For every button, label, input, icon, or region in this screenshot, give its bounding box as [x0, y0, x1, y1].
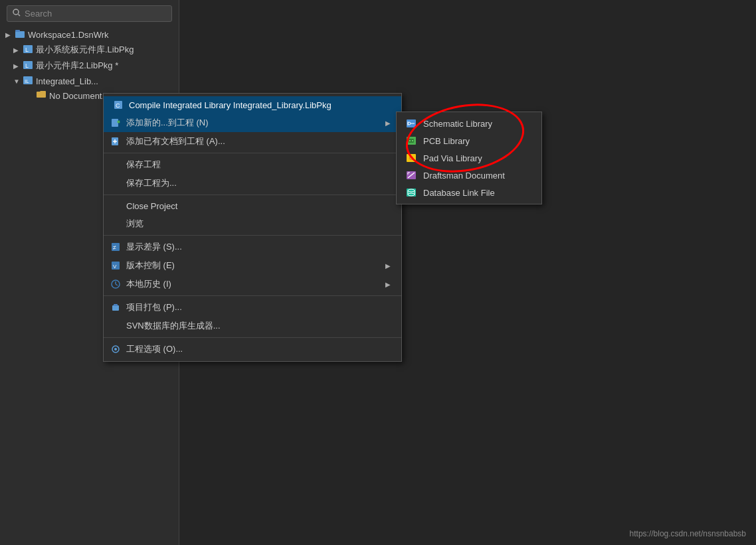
svg-rect-2: [15, 31, 25, 38]
menu-item-save[interactable]: 保存工程: [104, 155, 401, 174]
pcb-icon: [405, 135, 418, 146]
menu-item-package[interactable]: 项目打包 (P)...: [104, 298, 401, 317]
menu-item-svn[interactable]: SVN数据库的库生成器...: [104, 317, 401, 335]
menu-item-version[interactable]: V 版本控制 (E) ▶: [104, 256, 401, 275]
save-as-icon: [109, 178, 122, 189]
menu-item-close[interactable]: Close Project: [104, 197, 401, 214]
draftsman-label: Draftsman Document: [423, 171, 505, 181]
svg-line-24: [116, 284, 118, 285]
browse-label: 浏览: [126, 218, 391, 230]
svg-text:IL: IL: [25, 78, 29, 84]
lib2-icon: L: [23, 60, 33, 71]
context-menu: C Compile Integrated Library Integrated_…: [103, 93, 402, 362]
svg-text:≠: ≠: [113, 244, 116, 251]
version-icon: V: [109, 260, 122, 271]
tree-item-lib2[interactable]: ▶ L 最小元件库2.LibPkg *: [0, 58, 179, 74]
separator-2: [104, 195, 401, 195]
svg-point-35: [409, 140, 411, 141]
svg-text:L: L: [25, 46, 29, 53]
submenu-item-dblink[interactable]: Database Link File: [397, 184, 541, 201]
svn-label: SVN数据库的库生成器...: [126, 320, 391, 332]
svg-rect-3: [15, 30, 20, 32]
submenu-item-draftsman[interactable]: Draftsman Document: [397, 167, 541, 184]
separator-5: [104, 337, 401, 338]
tree-item-lib1[interactable]: ▶ L 最小系统板元件库.LibPkg: [0, 42, 179, 58]
save-icon: [109, 159, 122, 170]
tree-label-lib1: 最小系统板元件库.LibPkg: [36, 44, 134, 56]
options-icon: [109, 344, 122, 354]
compile-label: Compile Integrated Library Integrated_Li…: [129, 100, 393, 110]
add-existing-label: 添加已有文档到工程 (A)...: [126, 135, 391, 147]
watermark: https://blog.csdn.net/nsnsnbabsb: [630, 529, 746, 538]
tree-arrow: ▶: [5, 31, 13, 39]
tree-item-workspace[interactable]: ▶ Workspace1.DsnWrk: [0, 27, 179, 42]
tree-label-workspace: Workspace1.DsnWrk: [28, 30, 109, 40]
submenu: Schematic Library PCB Library Pad Via Li…: [396, 112, 542, 204]
menu-item-add-existing[interactable]: 添加已有文档到工程 (A)...: [104, 132, 401, 151]
menu-item-diff[interactable]: ≠ 显示差异 (S)...: [104, 238, 401, 256]
tree-arrow: ▶: [13, 62, 21, 70]
tree-label-integrated: Integrated_Lib...: [36, 76, 98, 86]
close-label: Close Project: [126, 201, 391, 211]
svg-text:V: V: [113, 264, 117, 270]
menu-item-options[interactable]: 工程选项 (O)...: [104, 340, 401, 358]
watermark-text: https://blog.csdn.net/nsnsnbabsb: [630, 529, 746, 538]
svn-icon: [109, 321, 122, 331]
separator-3: [104, 235, 401, 236]
history-label: 本地历史 (I): [126, 278, 385, 290]
version-arrow: ▶: [385, 262, 391, 270]
submenu-item-schematic[interactable]: Schematic Library: [397, 115, 541, 132]
svg-point-39: [411, 157, 413, 159]
add-new-icon: [109, 117, 122, 128]
schematic-icon: [405, 118, 418, 129]
diff-icon: ≠: [109, 242, 122, 252]
history-icon: [109, 279, 122, 289]
svg-text:L: L: [25, 62, 29, 69]
add-new-label: 添加新的...到工程 (N): [126, 117, 385, 129]
package-label: 项目打包 (P)...: [126, 301, 391, 313]
submenu-item-pcb[interactable]: PCB Library: [397, 132, 541, 149]
add-new-arrow: ▶: [385, 119, 391, 127]
options-label: 工程选项 (O)...: [126, 343, 391, 355]
menu-item-browse[interactable]: 浏览: [104, 214, 401, 233]
history-arrow: ▶: [385, 281, 391, 288]
schematic-label: Schematic Library: [423, 119, 492, 129]
search-input[interactable]: [25, 9, 166, 19]
svg-rect-26: [114, 304, 118, 306]
pad-label: Pad Via Library: [423, 153, 482, 163]
svg-text:C: C: [116, 102, 120, 109]
save-label: 保存工程: [126, 159, 391, 171]
tree-item-integrated[interactable]: ▼ IL Integrated_Lib...: [0, 74, 179, 88]
draftsman-icon: [405, 170, 418, 181]
workspace-icon: [15, 29, 25, 40]
tree-label-nodoc: No Document...: [49, 91, 109, 101]
close-project-icon: [109, 200, 122, 211]
svg-line-1: [19, 15, 21, 17]
menu-item-save-as[interactable]: 保存工程为...: [104, 174, 401, 193]
pad-icon: [405, 153, 418, 163]
search-icon: [13, 9, 21, 19]
dblink-label: Database Link File: [423, 188, 495, 198]
save-as-label: 保存工程为...: [126, 177, 391, 189]
svg-rect-25: [112, 305, 119, 311]
package-icon: [109, 302, 122, 313]
separator-4: [104, 295, 401, 296]
integrated-icon: IL: [23, 76, 33, 86]
menu-item-add-new[interactable]: 添加新的...到工程 (N) ▶: [104, 114, 401, 132]
compile-icon: C: [112, 100, 125, 110]
submenu-item-pad[interactable]: Pad Via Library: [397, 149, 541, 167]
version-label: 版本控制 (E): [126, 260, 385, 272]
svg-rect-12: [112, 119, 118, 127]
tree-arrow: ▶: [13, 46, 21, 54]
browse-icon: [109, 218, 122, 229]
menu-item-history[interactable]: 本地历史 (I) ▶: [104, 275, 401, 293]
separator-1: [104, 153, 401, 153]
svg-point-36: [412, 140, 413, 141]
search-bar[interactable]: [7, 5, 172, 22]
add-existing-icon: [109, 136, 122, 147]
pcb-label: PCB Library: [423, 136, 470, 146]
menu-item-compile[interactable]: C Compile Integrated Library Integrated_…: [104, 96, 401, 114]
tree-label-lib2: 最小元件库2.LibPkg *: [36, 60, 118, 72]
svg-point-0: [13, 9, 19, 15]
dblink-icon: [405, 187, 418, 198]
